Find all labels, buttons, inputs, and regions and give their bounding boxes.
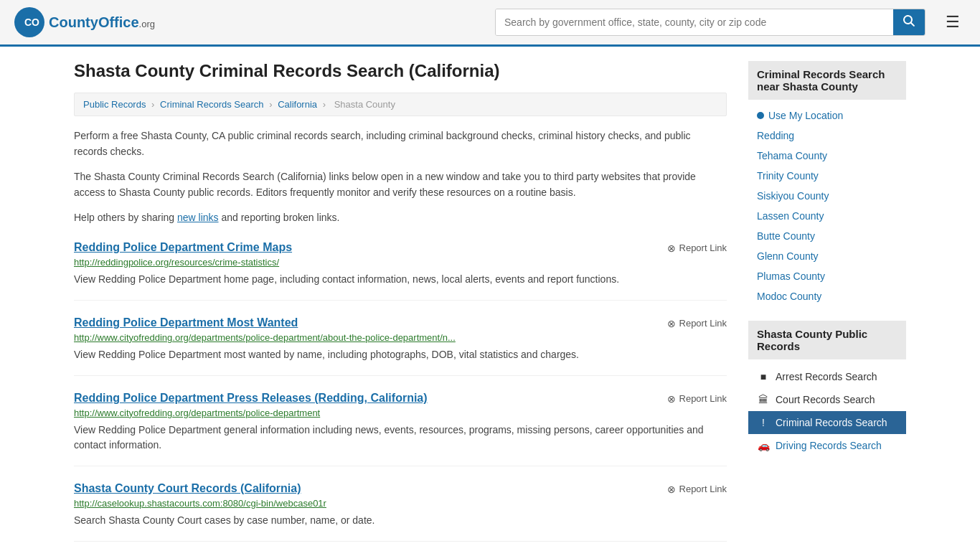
result-url-3[interactable]: http://www.cityofredding.org/departments… xyxy=(74,408,727,418)
result-header-1: Redding Police Department Crime Maps ⊗ R… xyxy=(74,241,727,257)
criminal-records-label: Criminal Records Search xyxy=(776,417,887,428)
result-item-1: Redding Police Department Crime Maps ⊗ R… xyxy=(74,241,727,301)
sidebar-link-lassen[interactable]: Lassen County xyxy=(748,206,906,226)
main-content: Shasta County Criminal Records Search (C… xyxy=(74,61,727,542)
description-3: Help others by sharing new links and rep… xyxy=(74,209,727,225)
page-title: Shasta County Criminal Records Search (C… xyxy=(74,61,727,81)
sidebar-link-tehama[interactable]: Tehama County xyxy=(748,146,906,166)
sidebar-nearby: Criminal Records Search near Shasta Coun… xyxy=(748,61,906,306)
result-title-1[interactable]: Redding Police Department Crime Maps xyxy=(74,241,292,254)
sidebar-nearby-header: Criminal Records Search near Shasta Coun… xyxy=(748,61,906,100)
sidebar-driving-records[interactable]: 🚗 Driving Records Search xyxy=(748,434,906,457)
sidebar-public-records: Shasta County Public Records ■ Arrest Re… xyxy=(748,321,906,457)
sidebar-public-records-header: Shasta County Public Records xyxy=(748,321,906,359)
result-item-2: Redding Police Department Most Wanted ⊗ … xyxy=(74,316,727,376)
logo-text: CountyOffice.org xyxy=(49,14,155,31)
header: CO CountyOffice.org ☰ xyxy=(0,0,980,47)
result-desc-2: View Redding Police Department most want… xyxy=(74,347,727,362)
court-records-icon: 🏛 xyxy=(757,394,770,405)
sidebar-arrest-records[interactable]: ■ Arrest Records Search xyxy=(748,365,906,388)
logo[interactable]: CO CountyOffice.org xyxy=(14,7,155,37)
svg-text:CO: CO xyxy=(24,17,39,28)
breadcrumb-sep-2: › xyxy=(269,99,272,110)
search-input[interactable] xyxy=(496,9,893,35)
description-1: Perform a free Shasta County, CA public … xyxy=(74,128,727,160)
arrest-records-link[interactable]: Arrest Records Search xyxy=(776,371,877,382)
new-links-link[interactable]: new links xyxy=(177,212,219,223)
breadcrumb-california[interactable]: California xyxy=(278,99,317,110)
breadcrumb-sep-3: › xyxy=(323,99,326,110)
result-url-4[interactable]: http://caselookup.shastacourts.com:8080/… xyxy=(74,498,727,509)
result-header-3: Redding Police Department Press Releases… xyxy=(74,392,727,408)
breadcrumb: Public Records › Criminal Records Search… xyxy=(74,93,727,116)
result-header-4: Shasta County Court Records (California)… xyxy=(74,482,727,498)
report-icon-4: ⊗ xyxy=(667,484,676,495)
result-item-4: Shasta County Court Records (California)… xyxy=(74,482,727,542)
result-item-3: Redding Police Department Press Releases… xyxy=(74,392,727,466)
breadcrumb-public-records[interactable]: Public Records xyxy=(83,99,146,110)
driving-records-icon: 🚗 xyxy=(757,440,770,451)
menu-button[interactable]: ☰ xyxy=(940,10,966,34)
sidebar-court-records[interactable]: 🏛 Court Records Search xyxy=(748,388,906,411)
result-header-2: Redding Police Department Most Wanted ⊗ … xyxy=(74,316,727,332)
report-icon-2: ⊗ xyxy=(667,318,676,329)
sidebar-link-butte[interactable]: Butte County xyxy=(748,226,906,246)
sidebar-criminal-records[interactable]: ! Criminal Records Search xyxy=(748,411,906,434)
description-2: The Shasta County Criminal Records Searc… xyxy=(74,169,727,201)
result-desc-4: Search Shasta County Court cases by case… xyxy=(74,513,727,528)
result-url-1[interactable]: http://reddingpolice.org/resources/crime… xyxy=(74,257,727,268)
main-container: Shasta County Criminal Records Search (C… xyxy=(60,47,920,551)
driving-records-link[interactable]: Driving Records Search xyxy=(776,440,882,451)
report-link-2[interactable]: ⊗ Report Link xyxy=(667,318,727,329)
breadcrumb-criminal-records[interactable]: Criminal Records Search xyxy=(160,99,264,110)
report-icon-3: ⊗ xyxy=(667,393,676,405)
result-url-2[interactable]: http://www.cityofredding.org/departments… xyxy=(74,332,727,343)
sidebar-link-trinity[interactable]: Trinity County xyxy=(748,166,906,186)
sidebar-link-glenn[interactable]: Glenn County xyxy=(748,246,906,266)
result-title-2[interactable]: Redding Police Department Most Wanted xyxy=(74,316,298,329)
result-title-3[interactable]: Redding Police Department Press Releases… xyxy=(74,392,428,405)
sidebar-link-siskiyou[interactable]: Siskiyou County xyxy=(748,186,906,206)
report-link-3[interactable]: ⊗ Report Link xyxy=(667,393,727,405)
sidebar-use-location[interactable]: Use My Location xyxy=(748,105,906,126)
result-title-4[interactable]: Shasta County Court Records (California) xyxy=(74,482,301,495)
sidebar-link-plumas[interactable]: Plumas County xyxy=(748,266,906,286)
result-desc-3: View Redding Police Department general i… xyxy=(74,423,727,453)
breadcrumb-sep-1: › xyxy=(151,99,154,110)
report-link-1[interactable]: ⊗ Report Link xyxy=(667,242,727,254)
breadcrumb-shasta: Shasta County xyxy=(334,99,395,110)
report-link-4[interactable]: ⊗ Report Link xyxy=(667,484,727,495)
search-button[interactable] xyxy=(893,9,925,35)
logo-icon: CO xyxy=(14,7,44,37)
criminal-records-icon: ! xyxy=(757,417,770,428)
search-bar xyxy=(495,9,925,36)
court-records-link[interactable]: Court Records Search xyxy=(776,394,875,405)
sidebar-link-redding[interactable]: Redding xyxy=(748,126,906,146)
arrest-records-icon: ■ xyxy=(757,371,770,382)
sidebar: Criminal Records Search near Shasta Coun… xyxy=(748,61,906,542)
sidebar-link-modoc[interactable]: Modoc County xyxy=(748,286,906,306)
result-desc-1: View Redding Police Department home page… xyxy=(74,272,727,287)
report-icon-1: ⊗ xyxy=(667,242,676,254)
location-dot-icon xyxy=(757,112,764,119)
